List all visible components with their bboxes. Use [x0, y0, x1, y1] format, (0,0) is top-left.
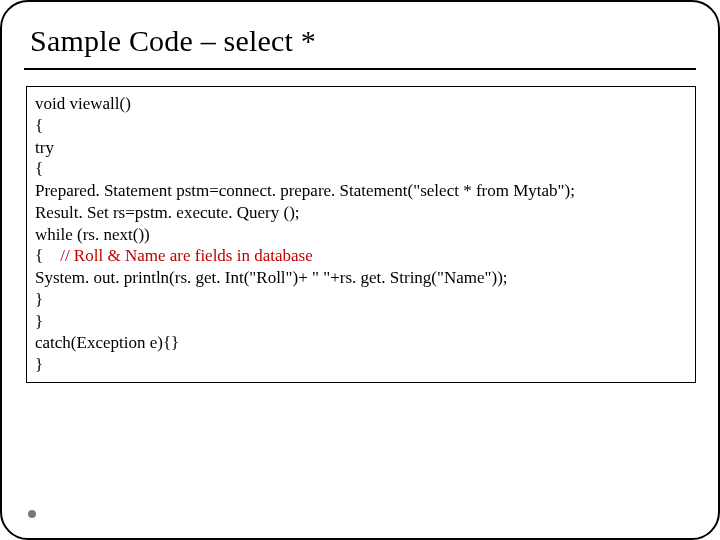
- code-line: System. out. println(rs. get. Int("Roll"…: [35, 267, 687, 289]
- code-line: {: [35, 158, 687, 180]
- code-comment: // Roll & Name are fields in database: [60, 246, 313, 265]
- footer-dot-icon: [28, 510, 36, 518]
- slide-frame: Sample Code – select * void viewall() { …: [0, 0, 720, 540]
- code-brace: {: [35, 246, 60, 265]
- code-line: Result. Set rs=pstm. execute. Query ();: [35, 202, 687, 224]
- code-line: try: [35, 137, 687, 159]
- code-line: void viewall(): [35, 93, 687, 115]
- code-line: }: [35, 289, 687, 311]
- code-line: }: [35, 311, 687, 333]
- title-divider: [24, 68, 696, 70]
- code-line: }: [35, 354, 687, 376]
- code-line: catch(Exception e){}: [35, 332, 687, 354]
- code-sample-box: void viewall() { try { Prepared. Stateme…: [26, 86, 696, 383]
- code-line: Prepared. Statement pstm=connect. prepar…: [35, 180, 687, 202]
- code-line: {: [35, 115, 687, 137]
- code-line: while (rs. next()): [35, 224, 687, 246]
- code-line: { // Roll & Name are fields in database: [35, 245, 687, 267]
- slide-title: Sample Code – select *: [30, 24, 696, 58]
